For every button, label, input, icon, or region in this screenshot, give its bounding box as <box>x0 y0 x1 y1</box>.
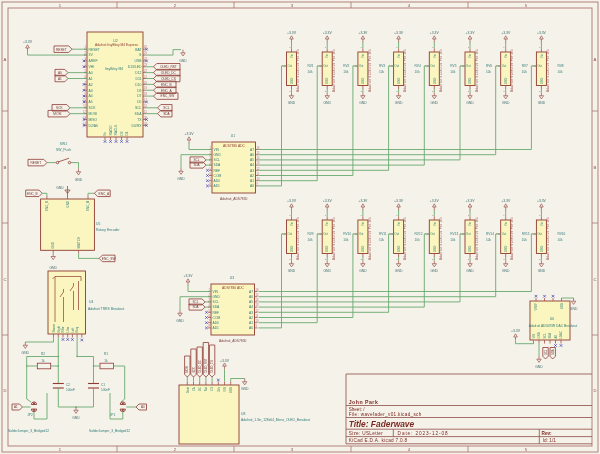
svg-text:RV9: RV9 <box>308 232 314 236</box>
svg-text:10k: 10k <box>343 70 349 74</box>
svg-text:Out: Out <box>395 232 400 236</box>
svg-text:GND: GND <box>72 416 80 420</box>
svg-text:SCK: SCK <box>56 106 63 110</box>
svg-text:Adafruit_1.3in_128x64_Mono_OLE: Adafruit_1.3in_128x64_Mono_OLED_Breakout <box>241 418 310 422</box>
svg-text:GND: GND <box>49 266 57 270</box>
svg-text:ENC_A: ENC_A <box>86 201 90 211</box>
svg-text:ItsyBitsy M4: ItsyBitsy M4 <box>105 67 123 71</box>
svg-text:A0: A0 <box>58 71 62 75</box>
svg-text:GND: GND <box>361 78 365 84</box>
svg-text:RV13: RV13 <box>450 232 458 236</box>
svg-text:VIN: VIN <box>213 290 219 294</box>
svg-text:Clk: Clk <box>192 386 196 391</box>
svg-text:Out: Out <box>502 64 507 68</box>
svg-text:+3.3V: +3.3V <box>323 199 333 203</box>
svg-text:Adafruit SC6021S Pot 10k: Adafruit SC6021S Pot 10k <box>439 48 443 92</box>
svg-text:B: B <box>594 165 597 170</box>
svg-text:+3.3V: +3.3V <box>466 199 476 203</box>
svg-text:SCL: SCL <box>213 300 220 304</box>
svg-text:A5: A5 <box>250 158 254 162</box>
svg-text:A3: A3 <box>89 89 93 93</box>
svg-text:Out: Out <box>359 232 364 236</box>
svg-text:10k: 10k <box>486 70 492 74</box>
svg-text:GND: GND <box>504 78 508 84</box>
svg-text:10k: 10k <box>379 70 385 74</box>
svg-text:RV11: RV11 <box>379 232 387 236</box>
svg-text:Vin: Vin <box>468 54 472 58</box>
svg-text:OLED_CS: OLED_CS <box>161 77 176 81</box>
svg-text:D3: D3 <box>120 131 124 135</box>
svg-text:Vin: Vin <box>433 54 437 58</box>
svg-text:COM: COM <box>213 316 221 320</box>
svg-text:SCL: SCL <box>543 333 547 339</box>
svg-text:Title: Faderwave: Title: Faderwave <box>349 419 415 429</box>
svg-text:U4: U4 <box>89 300 93 304</box>
svg-text:GND: GND <box>229 387 233 393</box>
svg-text:+3.3V: +3.3V <box>430 199 440 203</box>
svg-text:SCK: SCK <box>192 367 196 373</box>
svg-text:CS: CS <box>210 387 214 391</box>
svg-text:Ring: Ring <box>75 326 79 332</box>
svg-text:U1: U1 <box>231 134 235 138</box>
svg-text:USB: USB <box>135 59 143 63</box>
svg-text:Vin: Vin <box>290 54 294 58</box>
svg-text:VREF: VREF <box>534 303 538 311</box>
svg-text:D7: D7 <box>137 94 141 98</box>
svg-text:GND: GND <box>433 78 437 84</box>
svg-text:RV5: RV5 <box>450 64 456 68</box>
svg-text:GND: GND <box>431 269 439 273</box>
svg-text:10k: 10k <box>415 238 421 242</box>
svg-text:Adafruit ItsyBitsy M4 Express: Adafruit ItsyBitsy M4 Express <box>95 43 138 47</box>
svg-text:A3: A3 <box>250 169 254 173</box>
svg-text:VHI: VHI <box>89 65 95 69</box>
svg-text:SDA: SDA <box>135 112 143 116</box>
svg-text:ENC_B: ENC_B <box>45 201 49 211</box>
svg-text:1k: 1k <box>41 359 45 363</box>
svg-text:+3.3V: +3.3V <box>501 199 511 203</box>
svg-text:SDA: SDA <box>163 112 170 116</box>
svg-text:ENC_A: ENC_A <box>161 89 173 93</box>
svg-text:VIN: VIN <box>223 387 227 392</box>
svg-text:Left: Left <box>71 328 75 333</box>
svg-text:SCK: SCK <box>89 106 97 110</box>
svg-text:1k: 1k <box>104 359 108 363</box>
svg-text:GND: GND <box>214 153 222 157</box>
svg-text:Adafruit_ADS7830: Adafruit_ADS7830 <box>220 197 247 201</box>
svg-text:A3: A3 <box>249 311 253 315</box>
svg-text:GND: GND <box>540 78 544 84</box>
svg-text:Size: USLetter: Size: USLetter <box>349 431 384 436</box>
svg-text:10k: 10k <box>415 70 421 74</box>
svg-text:VIN: VIN <box>532 334 536 339</box>
svg-text:10k: 10k <box>343 238 349 242</box>
svg-text:Adafruit SC6021S Pot 10k: Adafruit SC6021S Pot 10k <box>332 48 336 92</box>
svg-text:+3.3V: +3.3V <box>430 31 440 35</box>
svg-text:Adafruit SC6021S Pot 10k: Adafruit SC6021S Pot 10k <box>475 216 479 260</box>
svg-text:GND: GND <box>431 101 439 105</box>
svg-text:GND: GND <box>538 269 546 273</box>
svg-text:Vin: Vin <box>397 222 401 226</box>
svg-text:GND: GND <box>288 101 296 105</box>
svg-text:+3.3V: +3.3V <box>358 31 368 35</box>
svg-text:Vin: Vin <box>325 222 329 226</box>
svg-text:Out: Out <box>288 64 293 68</box>
svg-text:RESET: RESET <box>31 161 42 165</box>
svg-text:Vin: Vin <box>468 222 472 226</box>
svg-text:GND: GND <box>466 101 474 105</box>
svg-text:SCL: SCL <box>135 106 142 110</box>
svg-text:RV2: RV2 <box>343 64 349 68</box>
svg-text:Adafruit SC6021S Pot 10k: Adafruit SC6021S Pot 10k <box>546 48 550 92</box>
svg-text:DC: DC <box>198 387 202 391</box>
svg-text:SDA: SDA <box>213 305 221 309</box>
svg-text:D10: D10 <box>135 83 141 87</box>
svg-text:A4: A4 <box>89 94 93 98</box>
svg-text:AD1: AD1 <box>214 184 221 188</box>
svg-text:Vin: Vin <box>504 54 508 58</box>
svg-text:100nF: 100nF <box>101 388 110 392</box>
svg-text:+3.3V: +3.3V <box>358 199 368 203</box>
svg-text:GND: GND <box>56 186 64 190</box>
svg-text:GND: GND <box>433 246 437 252</box>
svg-text:LSw: LSw <box>66 326 70 332</box>
svg-text:Vin: Vin <box>540 54 544 58</box>
svg-text:Adafruit SC6021S Pot 10k: Adafruit SC6021S Pot 10k <box>403 48 407 92</box>
svg-text:ADS7830 ADC: ADS7830 ADC <box>223 144 245 148</box>
